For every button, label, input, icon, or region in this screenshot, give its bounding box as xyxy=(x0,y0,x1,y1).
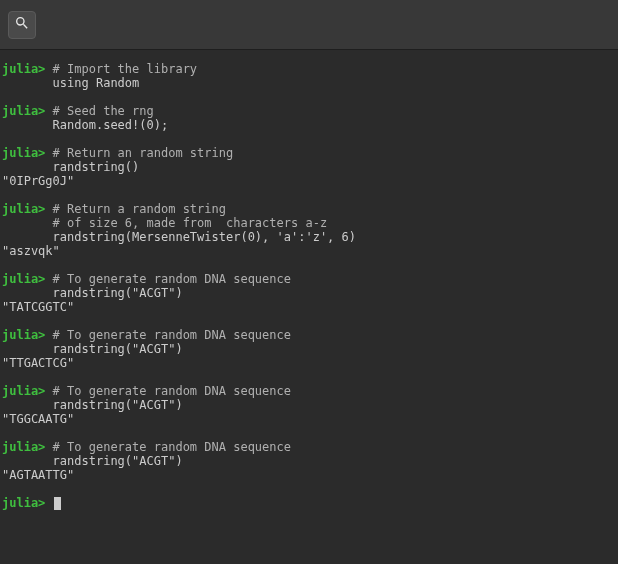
repl-continuation: randstring(MersenneTwister(0), 'a':'z', … xyxy=(2,230,618,244)
repl-line: julia> # Seed the rng xyxy=(2,104,618,118)
repl-line: julia> # To generate random DNA sequence xyxy=(2,384,618,398)
repl-active-line[interactable]: julia> xyxy=(2,496,618,510)
blank-line xyxy=(2,482,618,496)
repl-indent xyxy=(2,76,45,90)
blank-line xyxy=(2,426,618,440)
repl-input: randstring("ACGT") xyxy=(45,398,182,412)
repl-input: randstring("ACGT") xyxy=(45,286,182,300)
repl-input: randstring("ACGT") xyxy=(45,454,182,468)
repl-continuation: randstring("ACGT") xyxy=(2,342,618,356)
repl-line: julia> # Return an random string xyxy=(2,146,618,160)
repl-indent xyxy=(2,118,45,132)
repl-input: # Import the library xyxy=(45,62,197,76)
repl-output: "aszvqk" xyxy=(2,244,618,258)
repl-prompt: julia> xyxy=(2,384,45,398)
repl-prompt: julia> xyxy=(2,328,45,342)
repl-prompt: julia> xyxy=(2,496,45,510)
repl-input: # To generate random DNA sequence xyxy=(45,328,291,342)
repl-continuation: randstring("ACGT") xyxy=(2,286,618,300)
repl-indent xyxy=(2,398,45,412)
repl-input: randstring("ACGT") xyxy=(45,342,182,356)
repl-input: # To generate random DNA sequence xyxy=(45,440,291,454)
repl-continuation: randstring("ACGT") xyxy=(2,398,618,412)
repl-continuation: # of size 6, made from characters a-z xyxy=(2,216,618,230)
repl-input: using Random xyxy=(45,76,139,90)
repl-output-text: "TATCGGTC" xyxy=(2,300,74,314)
repl-output: "TTGACTCG" xyxy=(2,356,618,370)
repl-output: "AGTAATTG" xyxy=(2,468,618,482)
repl-input: # Return a random string xyxy=(45,202,226,216)
repl-output: "TGGCAATG" xyxy=(2,412,618,426)
repl-prompt: julia> xyxy=(2,202,45,216)
repl-continuation: randstring("ACGT") xyxy=(2,454,618,468)
repl-line: julia> # Import the library xyxy=(2,62,618,76)
blank-line xyxy=(2,188,618,202)
repl-continuation: Random.seed!(0); xyxy=(2,118,618,132)
toolbar xyxy=(0,0,618,50)
repl-indent xyxy=(2,160,45,174)
repl-prompt: julia> xyxy=(2,440,45,454)
repl-line: julia> # To generate random DNA sequence xyxy=(2,440,618,454)
repl-prompt: julia> xyxy=(2,62,45,76)
repl-input: Random.seed!(0); xyxy=(45,118,168,132)
repl-output-text: "TTGACTCG" xyxy=(2,356,74,370)
repl-output: "0IPrGg0J" xyxy=(2,174,618,188)
repl-input: randstring(MersenneTwister(0), 'a':'z', … xyxy=(45,230,356,244)
repl-input: # To generate random DNA sequence xyxy=(45,272,291,286)
search-icon xyxy=(14,15,30,34)
repl-indent xyxy=(2,216,45,230)
repl-output: "TATCGGTC" xyxy=(2,300,618,314)
repl-input: # Seed the rng xyxy=(45,104,153,118)
blank-line xyxy=(2,90,618,104)
repl-indent xyxy=(2,230,45,244)
repl-output-text: "aszvqk" xyxy=(2,244,60,258)
blank-line xyxy=(2,132,618,146)
repl-output-text: "0IPrGg0J" xyxy=(2,174,74,188)
repl-prompt: julia> xyxy=(2,146,45,160)
repl-line: julia> # To generate random DNA sequence xyxy=(2,272,618,286)
cursor xyxy=(54,497,61,510)
repl-prompt: julia> xyxy=(2,272,45,286)
terminal[interactable]: julia> # Import the library using Random… xyxy=(0,50,618,510)
repl-input: # of size 6, made from characters a-z xyxy=(45,216,327,230)
repl-indent xyxy=(2,286,45,300)
repl-continuation: randstring() xyxy=(2,160,618,174)
repl-continuation: using Random xyxy=(2,76,618,90)
repl-line: julia> # To generate random DNA sequence xyxy=(2,328,618,342)
blank-line xyxy=(2,314,618,328)
repl-output-text: "TGGCAATG" xyxy=(2,412,74,426)
repl-prompt: julia> xyxy=(2,104,45,118)
blank-line xyxy=(2,370,618,384)
repl-line: julia> # Return a random string xyxy=(2,202,618,216)
repl-output-text: "AGTAATTG" xyxy=(2,468,74,482)
repl-input: # Return an random string xyxy=(45,146,233,160)
blank-line xyxy=(2,258,618,272)
search-button[interactable] xyxy=(8,11,36,39)
repl-indent xyxy=(2,454,45,468)
repl-indent xyxy=(2,342,45,356)
repl-input: # To generate random DNA sequence xyxy=(45,384,291,398)
repl-input: randstring() xyxy=(45,160,139,174)
